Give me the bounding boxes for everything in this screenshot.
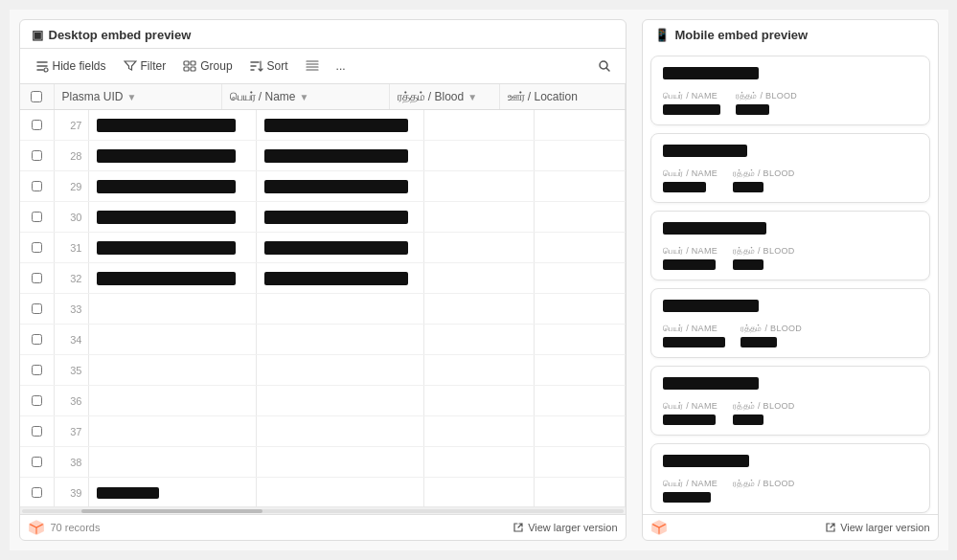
mobile-card[interactable]: பெயர் / NAME ரத்தம் / BLOOD: [650, 56, 930, 125]
row-checkbox-cell[interactable]: [20, 386, 55, 415]
row-cell-plasma[interactable]: [89, 141, 257, 170]
row-cell-plasma[interactable]: [89, 416, 257, 446]
row-checkbox-cell[interactable]: [20, 171, 55, 201]
row-checkbox-cell[interactable]: [20, 355, 55, 385]
row-cell-blood[interactable]: [424, 263, 535, 293]
row-cell-location[interactable]: [535, 171, 626, 201]
col-plasma-uid[interactable]: Plasma UID ▼: [55, 84, 222, 109]
row-cell-name[interactable]: [257, 355, 424, 385]
view-larger-link[interactable]: View larger version: [513, 522, 617, 533]
row-checkbox-cell[interactable]: [20, 141, 55, 170]
row-checkbox-cell[interactable]: [20, 110, 55, 140]
row-cell-plasma[interactable]: [89, 325, 257, 354]
checkbox-all[interactable]: [31, 91, 42, 102]
mobile-card[interactable]: பெயர் / NAME ரத்தம் / BLOOD: [650, 288, 930, 358]
row-checkbox[interactable]: [32, 273, 42, 283]
mobile-card[interactable]: பெயர் / NAME ரத்தம் / BLOOD: [650, 366, 930, 436]
row-cell-location[interactable]: [535, 416, 626, 446]
table-row[interactable]: 28: [20, 141, 626, 171]
row-cell-plasma[interactable]: [89, 355, 257, 385]
table-row[interactable]: 35: [20, 355, 626, 386]
search-button[interactable]: [591, 53, 618, 79]
mobile-view-larger-link[interactable]: View larger version: [825, 522, 929, 533]
row-cell-location[interactable]: [535, 478, 626, 506]
select-all-checkbox[interactable]: [20, 84, 55, 109]
row-cell-blood[interactable]: [424, 110, 535, 140]
mobile-card[interactable]: பெயர் / NAME ரத்தம் / BLOOD: [650, 133, 930, 203]
row-cell-plasma[interactable]: [89, 110, 257, 140]
row-checkbox-cell[interactable]: [20, 202, 55, 232]
table-row[interactable]: 33: [20, 294, 626, 325]
row-checkbox-cell[interactable]: [20, 325, 55, 354]
table-row[interactable]: 38: [20, 447, 626, 478]
row-cell-name[interactable]: [257, 202, 424, 232]
table-row[interactable]: 34: [20, 325, 626, 355]
row-checkbox[interactable]: [32, 426, 42, 437]
row-checkbox-cell[interactable]: [20, 478, 55, 506]
row-cell-blood[interactable]: [424, 386, 535, 415]
row-cell-location[interactable]: [535, 202, 626, 232]
row-checkbox[interactable]: [32, 365, 42, 375]
more-button[interactable]: ...: [329, 56, 353, 77]
table-row[interactable]: 36: [20, 386, 626, 416]
row-cell-blood[interactable]: [424, 447, 535, 477]
row-cell-name[interactable]: [257, 478, 424, 506]
col-location[interactable]: ஊர் / Location: [500, 84, 626, 109]
row-cell-plasma[interactable]: [89, 263, 257, 293]
row-checkbox-cell[interactable]: [20, 416, 55, 446]
row-checkbox[interactable]: [32, 334, 42, 345]
row-cell-location[interactable]: [535, 447, 626, 477]
hide-fields-button[interactable]: Hide fields: [28, 56, 114, 77]
row-cell-location[interactable]: [535, 386, 626, 415]
row-cell-blood[interactable]: [424, 478, 535, 506]
row-checkbox-cell[interactable]: [20, 294, 55, 324]
row-cell-blood[interactable]: [424, 355, 535, 385]
row-checkbox-cell[interactable]: [20, 447, 55, 477]
row-cell-name[interactable]: [257, 171, 424, 201]
row-cell-name[interactable]: [257, 233, 424, 262]
row-checkbox[interactable]: [32, 150, 42, 161]
row-cell-location[interactable]: [535, 263, 626, 293]
table-row[interactable]: 30: [20, 202, 626, 233]
row-cell-name[interactable]: [257, 263, 424, 293]
row-checkbox[interactable]: [32, 457, 42, 467]
mobile-card[interactable]: பெயர் / NAME ரத்தம் / BLOOD: [650, 443, 930, 513]
row-cell-plasma[interactable]: [89, 386, 257, 415]
row-checkbox[interactable]: [32, 181, 42, 191]
row-checkbox[interactable]: [32, 242, 42, 253]
row-cell-location[interactable]: [535, 294, 626, 324]
row-checkbox[interactable]: [32, 487, 42, 498]
table-row[interactable]: 27: [20, 110, 626, 141]
sort-button[interactable]: Sort: [242, 56, 296, 77]
row-cell-name[interactable]: [257, 110, 424, 140]
row-cell-blood[interactable]: [424, 171, 535, 201]
row-cell-plasma[interactable]: [89, 233, 257, 262]
table-row[interactable]: 29: [20, 171, 626, 202]
row-checkbox[interactable]: [32, 303, 42, 314]
row-checkbox[interactable]: [32, 120, 42, 130]
filter-button[interactable]: Filter: [116, 56, 174, 77]
row-checkbox[interactable]: [32, 212, 42, 222]
horizontal-scrollbar[interactable]: [20, 506, 626, 514]
row-cell-name[interactable]: [257, 416, 424, 446]
row-cell-blood[interactable]: [424, 233, 535, 262]
row-cell-plasma[interactable]: [89, 447, 257, 477]
row-cell-plasma[interactable]: [89, 202, 257, 232]
row-cell-location[interactable]: [535, 110, 626, 140]
group-button[interactable]: Group: [175, 56, 239, 77]
table-row[interactable]: 32: [20, 263, 626, 294]
row-cell-location[interactable]: [535, 325, 626, 354]
row-cell-blood[interactable]: [424, 141, 535, 170]
row-cell-location[interactable]: [535, 355, 626, 385]
row-checkbox-cell[interactable]: [20, 263, 55, 293]
col-blood[interactable]: ரத்தம் / Blood ▼: [390, 84, 500, 109]
row-cell-name[interactable]: [257, 325, 424, 354]
row-cell-plasma[interactable]: [89, 478, 257, 506]
table-row[interactable]: 39: [20, 478, 626, 506]
row-cell-name[interactable]: [257, 447, 424, 477]
row-cell-blood[interactable]: [424, 325, 535, 354]
mobile-card[interactable]: பெயர் / NAME ரத்தம் / BLOOD: [650, 211, 930, 280]
row-cell-name[interactable]: [257, 141, 424, 170]
row-cell-location[interactable]: [535, 141, 626, 170]
table-row[interactable]: 37: [20, 416, 626, 447]
